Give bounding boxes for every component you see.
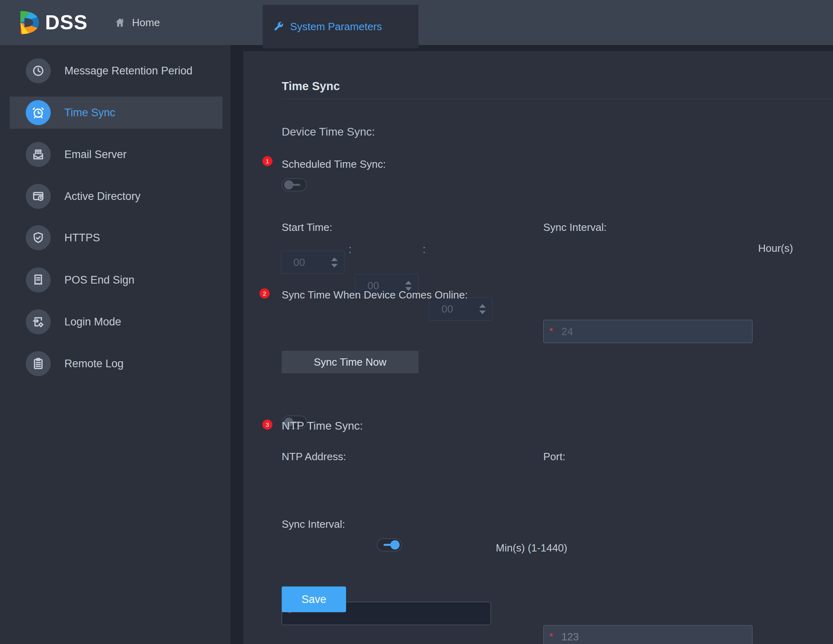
scheduled-time-sync-toggle[interactable] xyxy=(282,178,307,191)
port-label: Port: xyxy=(543,451,565,463)
clipboard-icon xyxy=(26,351,51,376)
port-field: * xyxy=(543,625,753,644)
sidebar-item-label: Active Directory xyxy=(64,190,140,203)
sidebar-item-label: Message Retention Period xyxy=(64,65,192,77)
spinner-down-icon[interactable] xyxy=(479,311,486,314)
spinner-down-icon[interactable] xyxy=(331,264,338,267)
sync-interval-mins-label: Sync Interval: xyxy=(282,518,345,531)
alarm-clock-icon xyxy=(26,100,51,125)
content-panel xyxy=(243,51,833,644)
receipt-icon xyxy=(26,267,51,292)
toggle-tail xyxy=(291,184,300,186)
wrench-icon xyxy=(272,21,284,32)
time-separator: : xyxy=(423,243,426,256)
sidebar-item-label: POS End Sign xyxy=(64,274,134,286)
save-button[interactable]: Save xyxy=(282,586,346,612)
dss-logo: DSS xyxy=(15,9,88,36)
sidebar-item-label: Login Mode xyxy=(64,316,121,328)
clock-icon xyxy=(26,58,51,83)
toggle-tail xyxy=(384,544,392,546)
badge-number: 3 xyxy=(266,421,269,428)
sidebar-item-label: Time Sync xyxy=(64,107,115,119)
spinner-arrows[interactable] xyxy=(479,298,486,320)
logo-text: DSS xyxy=(45,9,88,36)
step-badge-1: 1 xyxy=(262,156,272,166)
hours-unit-label: Hour(s) xyxy=(758,242,793,255)
shield-check-icon xyxy=(26,225,51,250)
sidebar-item-time-sync[interactable]: Time Sync xyxy=(10,97,223,129)
second-value: 00 xyxy=(441,303,453,315)
device-time-sync-label: Device Time Sync: xyxy=(282,126,375,138)
start-time-hour-spinner[interactable]: 00 xyxy=(281,251,344,274)
hour-value: 00 xyxy=(293,256,305,269)
sync-interval-hours-input[interactable] xyxy=(544,320,752,343)
sidebar-item-label: HTTPS xyxy=(64,232,100,244)
spinner-up-icon[interactable] xyxy=(479,304,486,308)
start-time-label: Start Time: xyxy=(282,221,332,234)
top-bar: DSS Home System Parameters xyxy=(0,0,833,45)
spinner-up-icon[interactable] xyxy=(331,257,338,261)
sidebar-item-https[interactable]: HTTPS xyxy=(10,222,223,254)
spinner-up-icon[interactable] xyxy=(405,281,412,284)
nav-home-label: Home xyxy=(132,16,160,29)
tab-system-parameters[interactable]: System Parameters xyxy=(263,5,419,48)
port-input[interactable] xyxy=(544,625,752,644)
sidebar-item-email-server[interactable]: Email Server xyxy=(10,138,223,171)
page-title: Time Sync xyxy=(282,80,340,93)
time-separator: : xyxy=(348,243,352,256)
step-badge-3: 3 xyxy=(262,420,272,430)
badge-number: 2 xyxy=(263,290,266,297)
ntp-address-label: NTP Address: xyxy=(282,451,346,463)
home-icon xyxy=(114,17,126,28)
sidebar-item-remote-log[interactable]: Remote Log xyxy=(10,348,223,380)
sidebar-item-message-retention-period[interactable]: Message Retention Period xyxy=(10,55,223,87)
ntp-time-sync-toggle[interactable] xyxy=(377,538,402,551)
nav-home[interactable]: Home xyxy=(114,0,160,45)
sidebar-item-pos-end-sign[interactable]: POS End Sign xyxy=(10,264,223,296)
title-divider xyxy=(282,99,833,99)
badge-number: 1 xyxy=(266,158,269,165)
ntp-time-sync-label: NTP Time Sync: xyxy=(282,420,363,432)
sync-interval-hours-field: * xyxy=(543,320,753,343)
sync-online-label: Sync Time When Device Comes Online: xyxy=(282,289,468,301)
email-icon xyxy=(26,142,51,167)
sidebar-item-label: Remote Log xyxy=(64,358,124,370)
sync-time-now-button[interactable]: Sync Time Now xyxy=(282,351,419,373)
spinner-arrows[interactable] xyxy=(331,251,338,274)
sidebar-item-login-mode[interactable]: Login Mode xyxy=(10,306,223,338)
scheduled-time-sync-label: Scheduled Time Sync: xyxy=(282,158,386,171)
sidebar-item-label: Email Server xyxy=(64,148,127,161)
sidebar-item-active-directory[interactable]: Active Directory xyxy=(10,180,223,212)
sidebar: Message Retention Period Time Sync Email… xyxy=(0,45,231,644)
mins-unit-label: Min(s) (1-1440) xyxy=(496,542,567,554)
login-gear-icon xyxy=(26,309,51,334)
directory-icon xyxy=(26,184,51,209)
step-badge-2: 2 xyxy=(260,288,270,298)
sync-interval-hours-label: Sync Interval: xyxy=(543,221,607,234)
dss-logo-icon xyxy=(15,9,42,36)
tab-system-parameters-label: System Parameters xyxy=(290,21,382,33)
